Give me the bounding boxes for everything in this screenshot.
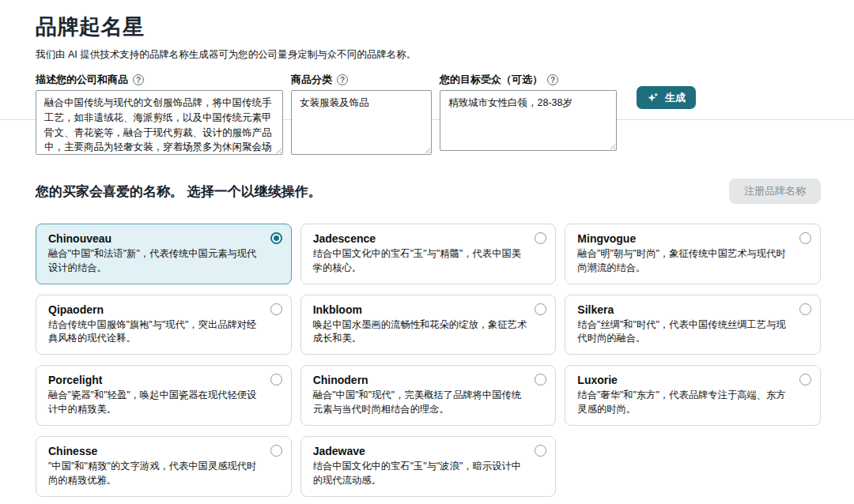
name-options-grid: Chinouveau 融合"中国"和法语"新"，代表传统中国元素与现代设计的结合… — [36, 224, 821, 497]
option-name: Porcelight — [48, 374, 263, 386]
option-name: Chinouveau — [48, 232, 263, 245]
option-radio[interactable] — [270, 445, 282, 457]
name-option-card[interactable]: Silkera 结合"丝绸"和"时代"，代表中国传统丝绸工艺与现代时尚的融合。 — [565, 295, 821, 355]
target-audience-input[interactable]: 精致城市女性白领，28-38岁 — [440, 90, 617, 151]
generate-button-label: 生成 — [665, 91, 686, 105]
results-heading: 您的买家会喜爱的名称。 选择一个以继续操作。 — [36, 182, 322, 201]
option-radio[interactable] — [535, 232, 546, 244]
option-name: Chinesse — [48, 445, 263, 457]
option-description: 结合传统中国服饰"旗袍"与"现代"，突出品牌对经典风格的现代诠释。 — [48, 318, 263, 347]
target-audience-label-text: 您的目标受众（可选） — [440, 73, 542, 87]
page-subtitle: 我们由 AI 提供技术支持的品牌名称生成器可为您的公司量身定制与众不同的品牌名称… — [36, 48, 821, 62]
option-radio[interactable] — [535, 303, 546, 315]
results-header: 您的买家会喜爱的名称。 选择一个以继续操作。 注册品牌名称 — [36, 179, 821, 204]
option-description: 唤起中国水墨画的流畅性和花朵的绽放，象征艺术成长和美。 — [313, 318, 527, 347]
option-description: 结合中国文化中的宝石"玉"与"精髓"，代表中国美学的核心。 — [313, 247, 527, 276]
option-name: Luxorie — [577, 374, 792, 386]
option-description: 融合"瓷器"和"轻盈"，唤起中国瓷器在现代轻便设计中的精致美。 — [48, 389, 263, 417]
option-description: 结合"奢华"和"东方"，代表品牌专注于高端、东方灵感的时尚。 — [577, 389, 792, 417]
name-option-card[interactable]: Chinesse "中国"和"精致"的文字游戏，代表中国灵感现代时尚的精致优雅。 — [36, 436, 292, 497]
generate-button[interactable]: 生成 — [637, 86, 696, 109]
option-radio[interactable] — [270, 303, 282, 315]
company-description-input[interactable]: 融合中国传统与现代的文创服饰品牌，将中国传统手工艺，如非遗绒花、海派剪纸，以及中… — [36, 90, 283, 155]
option-radio[interactable] — [799, 303, 811, 315]
option-description: 融合"中国"和法语"新"，代表传统中国元素与现代设计的结合。 — [48, 247, 263, 276]
target-audience-label: 您的目标受众（可选） ? — [440, 73, 617, 87]
name-option-card[interactable]: Jadescence 结合中国文化中的宝石"玉"与"精髓"，代表中国美学的核心。 — [300, 224, 557, 284]
option-radio[interactable] — [270, 232, 282, 244]
register-brand-name-button[interactable]: 注册品牌名称 — [729, 179, 821, 204]
option-name: Silkera — [577, 303, 792, 316]
company-description-field: 描述您的公司和商品 ? 融合中国传统与现代的文创服饰品牌，将中国传统手工艺，如非… — [36, 73, 283, 155]
option-name: Mingvogue — [577, 232, 792, 245]
option-description: 结合中国文化中的宝石"玉"与"波浪"，暗示设计中的现代流动感。 — [313, 460, 527, 488]
product-category-input[interactable]: 女装服装及饰品 — [291, 90, 432, 155]
product-category-field: 商品分类 ? 女装服装及饰品 — [291, 73, 432, 155]
sparkle-icon — [647, 92, 659, 104]
target-audience-field: 您的目标受众（可选） ? 精致城市女性白领，28-38岁 — [440, 73, 617, 151]
option-name: Jadescence — [313, 232, 527, 245]
option-radio[interactable] — [799, 374, 811, 386]
option-name: Inkbloom — [313, 303, 527, 316]
help-icon[interactable]: ? — [133, 74, 144, 85]
company-description-label-text: 描述您的公司和商品 — [36, 73, 128, 87]
name-option-card[interactable]: Chinodern 融合"中国"和"现代"，完美概括了品牌将中国传统元素与当代时… — [300, 365, 557, 426]
product-category-label: 商品分类 ? — [291, 73, 432, 87]
name-option-card[interactable]: Inkbloom 唤起中国水墨画的流畅性和花朵的绽放，象征艺术成长和美。 — [300, 295, 557, 355]
option-radio[interactable] — [799, 232, 811, 244]
product-category-label-text: 商品分类 — [291, 73, 332, 87]
help-icon[interactable]: ? — [547, 74, 558, 85]
option-radio[interactable] — [535, 374, 546, 386]
option-radio[interactable] — [270, 374, 282, 386]
generator-form: 描述您的公司和商品 ? 融合中国传统与现代的文创服饰品牌，将中国传统手工艺，如非… — [36, 73, 821, 155]
name-option-card[interactable]: Porcelight 融合"瓷器"和"轻盈"，唤起中国瓷器在现代轻便设计中的精致… — [36, 365, 292, 426]
name-option-card[interactable]: Chinouveau 融合"中国"和法语"新"，代表传统中国元素与现代设计的结合… — [36, 224, 292, 284]
option-radio[interactable] — [535, 445, 546, 457]
option-description: 结合"丝绸"和"时代"，代表中国传统丝绸工艺与现代时尚的融合。 — [577, 318, 792, 347]
option-description: "中国"和"精致"的文字游戏，代表中国灵感现代时尚的精致优雅。 — [48, 460, 263, 488]
help-icon[interactable]: ? — [337, 74, 348, 85]
option-name: Chinodern — [313, 374, 527, 386]
company-description-label: 描述您的公司和商品 ? — [36, 73, 283, 87]
name-option-card[interactable]: Mingvogue 融合"明"朝与"时尚"，象征传统中国艺术与现代时尚潮流的结合… — [565, 224, 821, 284]
name-option-card[interactable]: Qipaodern 结合传统中国服饰"旗袍"与"现代"，突出品牌对经典风格的现代… — [36, 295, 292, 355]
name-option-card[interactable]: Luxorie 结合"奢华"和"东方"，代表品牌专注于高端、东方灵感的时尚。 — [565, 365, 821, 426]
name-option-card[interactable]: Jadewave 结合中国文化中的宝石"玉"与"波浪"，暗示设计中的现代流动感。 — [300, 436, 557, 497]
option-name: Jadewave — [313, 445, 527, 457]
page-title: 品牌起名星 — [36, 13, 821, 41]
option-description: 融合"明"朝与"时尚"，象征传统中国艺术与现代时尚潮流的结合。 — [577, 247, 792, 276]
brand-name-generator-page: 品牌起名星 我们由 AI 提供技术支持的品牌名称生成器可为您的公司量身定制与众不… — [0, 0, 854, 504]
option-description: 融合"中国"和"现代"，完美概括了品牌将中国传统元素与当代时尚相结合的理念。 — [313, 389, 527, 417]
option-name: Qipaodern — [48, 303, 263, 316]
